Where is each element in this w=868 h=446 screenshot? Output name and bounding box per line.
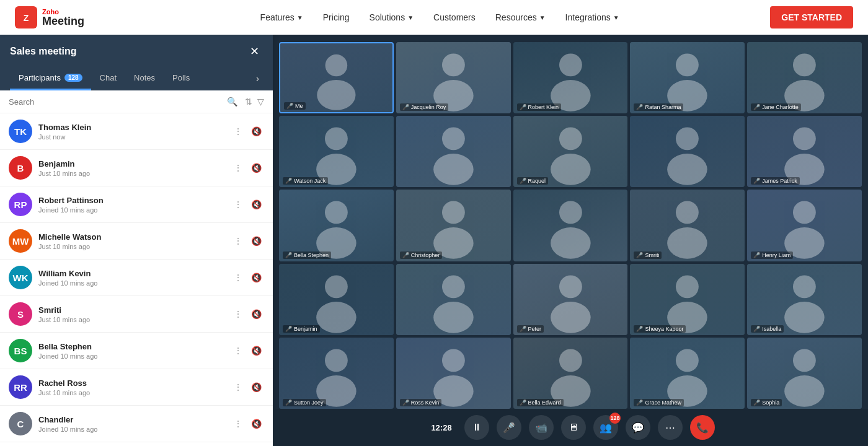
svg-point-15 — [433, 154, 474, 185]
nav-features[interactable]: Features ▼ — [253, 7, 311, 27]
video-cell[interactable]: 🎤 Bella Stephen — [279, 190, 394, 261]
video-cell[interactable]: 🎤 Isabella — [747, 264, 862, 335]
video-cell[interactable]: 🎤 Watson Jack — [279, 116, 394, 187]
tab-notes[interactable]: Notes — [125, 67, 164, 90]
video-cell[interactable]: 🎤 Henry Liam — [747, 190, 862, 261]
mic-icon: 🎤 — [636, 400, 643, 406]
participant-item[interactable]: S Smriti Just 10 mins ago ⋮ 🔇 — [0, 296, 273, 333]
video-cell-inner — [396, 264, 511, 335]
video-cell[interactable]: 🎤 Me — [279, 42, 394, 113]
participants-button[interactable]: 👥 128 — [593, 415, 618, 440]
microphone-button[interactable]: 🎤 — [497, 415, 521, 440]
search-input[interactable] — [9, 97, 222, 107]
participant-item[interactable]: RP Robert Pattinson Joined 10 mins ago ⋮… — [0, 186, 273, 223]
participant-more-button[interactable]: ⋮ — [231, 270, 245, 285]
video-cell[interactable]: 🎤 Raquel — [513, 116, 628, 187]
video-cell[interactable]: 🎤 Grace Mathew — [630, 338, 745, 409]
video-cell[interactable] — [513, 190, 628, 261]
video-cell-inner — [630, 338, 745, 409]
mic-icon: 🎤 — [402, 104, 409, 110]
participant-actions: ⋮ 🔇 — [231, 234, 264, 248]
video-cell[interactable]: 🎤 Robert Klein — [513, 42, 628, 113]
participant-more-button[interactable]: ⋮ — [231, 307, 245, 321]
video-cell[interactable]: 🎤 Christopher — [396, 190, 511, 261]
video-cell[interactable]: 🎤 Benjamin — [279, 264, 394, 335]
participant-mute-button[interactable]: 🔇 — [249, 307, 264, 321]
tabs-more-button[interactable]: › — [252, 67, 263, 90]
svg-point-8 — [676, 53, 699, 76]
tab-chat[interactable]: Chat — [91, 67, 125, 90]
avatar: RP — [9, 193, 32, 216]
end-call-button[interactable]: 📞 — [690, 415, 715, 440]
svg-point-10 — [793, 53, 816, 76]
participant-more-button[interactable]: ⋮ — [231, 380, 245, 395]
video-cell[interactable]: 🎤 Bella Edward — [513, 338, 628, 409]
video-cell[interactable]: 🎤 Sutton Joey — [279, 338, 394, 409]
participant-mute-button[interactable]: 🔇 — [249, 234, 264, 248]
video-cell[interactable] — [396, 116, 511, 187]
participant-more-button[interactable]: ⋮ — [231, 416, 245, 431]
more-options-button[interactable]: ⋯ — [658, 415, 683, 440]
video-cell-inner — [279, 264, 394, 335]
participant-mute-button[interactable]: 🔇 — [249, 124, 264, 139]
participant-mute-button[interactable]: 🔇 — [249, 343, 264, 358]
participant-info: Smriti Just 10 mins ago — [38, 305, 225, 323]
mic-icon: 🎤 — [402, 252, 409, 258]
video-participant-label: 🎤 Robert Klein — [517, 103, 562, 111]
video-participant-label: 🎤 Christopher — [400, 251, 443, 259]
participant-mute-button[interactable]: 🔇 — [249, 160, 264, 175]
video-cell[interactable]: 🎤 Sheeya Kapoor — [630, 264, 745, 335]
screen-share-button[interactable]: 🖥 — [561, 415, 586, 440]
participant-mute-button[interactable]: 🔇 — [249, 270, 264, 285]
tab-participants[interactable]: Participants 128 — [10, 67, 91, 90]
participant-more-button[interactable]: ⋮ — [231, 197, 245, 212]
nav-integrations[interactable]: Integrations ▼ — [558, 7, 627, 27]
search-icon[interactable]: 🔍 — [227, 97, 237, 107]
video-cell[interactable]: 🎤 Jacquelin Roy — [396, 42, 511, 113]
participant-more-button[interactable]: ⋮ — [231, 234, 245, 248]
nav-resources[interactable]: Resources ▼ — [488, 7, 553, 27]
nav-solutions[interactable]: Solutions ▼ — [362, 7, 422, 27]
participant-item[interactable]: SJ Sutton Joey ⋮ 🔇 — [0, 442, 273, 446]
filter-icon[interactable]: ▽ — [257, 97, 264, 107]
main-area: Sales meeting ✕ Participants 128 Chat No… — [0, 35, 868, 446]
logo[interactable]: Z Zoho Meeting — [15, 6, 84, 28]
participant-more-button[interactable]: ⋮ — [231, 343, 245, 358]
chat-button[interactable]: 💬 — [626, 415, 650, 440]
close-sidebar-button[interactable]: ✕ — [246, 43, 263, 59]
participant-more-button[interactable]: ⋮ — [231, 124, 245, 139]
camera-button[interactable]: 📹 — [529, 415, 554, 440]
tab-polls[interactable]: Polls — [164, 67, 198, 90]
get-started-button[interactable]: GET STARTED — [770, 6, 853, 28]
sort-icon[interactable]: ⇅ — [245, 97, 252, 107]
video-cell[interactable]: 🎤 Peter — [513, 264, 628, 335]
participant-name: Michelle Watson — [38, 232, 225, 242]
video-cell[interactable] — [396, 264, 511, 335]
video-cell-inner — [747, 190, 862, 261]
video-cell[interactable]: 🎤 Smriti — [630, 190, 745, 261]
participant-item[interactable]: BS Bella Stephen Joined 10 mins ago ⋮ 🔇 — [0, 333, 273, 369]
participant-item[interactable]: C Chandler Joined 10 mins ago ⋮ 🔇 — [0, 406, 273, 442]
participant-more-button[interactable]: ⋮ — [231, 160, 245, 175]
participant-item[interactable]: RR Rachel Ross Just 10 mins ago ⋮ 🔇 — [0, 369, 273, 406]
participant-time: Joined 10 mins ago — [38, 352, 225, 360]
participant-mute-button[interactable]: 🔇 — [249, 380, 264, 395]
mic-icon: 🎤 — [636, 104, 643, 110]
pause-button[interactable]: ⏸ — [464, 415, 489, 440]
participant-mute-button[interactable]: 🔇 — [249, 197, 264, 212]
svg-point-33 — [316, 302, 356, 333]
participant-item[interactable]: MW Michelle Watson Just 10 mins ago ⋮ 🔇 — [0, 223, 273, 260]
participant-item[interactable]: B Benjamin Just 10 mins ago ⋮ 🔇 — [0, 150, 273, 186]
participant-item[interactable]: TK Thomas Klein Just now ⋮ 🔇 — [0, 113, 273, 150]
video-cell[interactable]: 🎤 Ross Kevin — [396, 338, 511, 409]
nav-customers[interactable]: Customers — [426, 7, 483, 27]
video-cell[interactable]: 🎤 Ratan Sharma — [630, 42, 745, 113]
participant-actions: ⋮ 🔇 — [231, 343, 264, 358]
video-cell[interactable]: 🎤 James Patrick — [747, 116, 862, 187]
video-cell[interactable]: 🎤 Sophia — [747, 338, 862, 409]
video-cell[interactable] — [630, 116, 745, 187]
participant-mute-button[interactable]: 🔇 — [249, 416, 264, 431]
nav-pricing[interactable]: Pricing — [316, 7, 357, 27]
video-cell[interactable]: 🎤 Jane Charlotte — [747, 42, 862, 113]
participant-item[interactable]: WK William Kevin Joined 10 mins ago ⋮ 🔇 — [0, 260, 273, 296]
